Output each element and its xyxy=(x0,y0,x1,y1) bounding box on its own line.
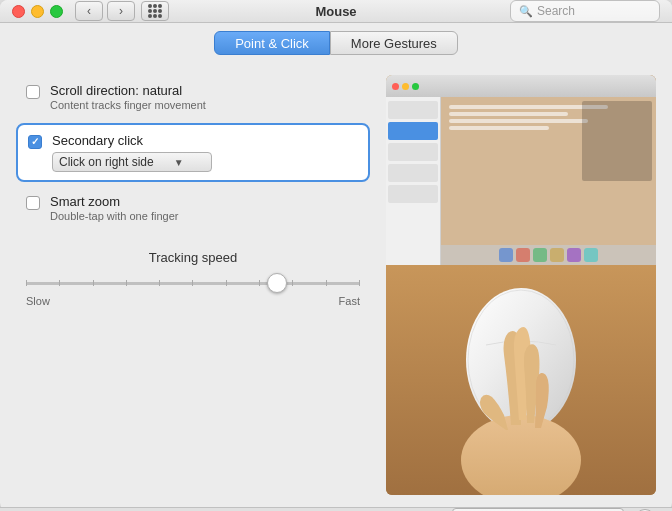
search-box[interactable]: 🔍 Search xyxy=(510,0,660,22)
slider-thumb[interactable] xyxy=(267,273,287,293)
mac-screenshot xyxy=(386,75,656,265)
grid-button[interactable] xyxy=(141,1,169,21)
window: ‹ › Mouse 🔍 Search Point & Click More Ge… xyxy=(0,0,672,511)
mac-dock-preview xyxy=(441,245,656,265)
sidebar-row xyxy=(388,101,438,119)
back-button[interactable]: ‹ xyxy=(75,1,103,21)
dropdown-arrow-icon: ▼ xyxy=(174,157,184,168)
smart-zoom-label: Smart zoom xyxy=(50,194,178,209)
secondary-click-dropdown[interactable]: Click on right side ▼ xyxy=(52,152,212,172)
mac-min-dot xyxy=(402,83,409,90)
scroll-direction-checkbox[interactable] xyxy=(26,85,40,99)
smart-zoom-desc: Double-tap with one finger xyxy=(50,210,178,222)
tab-point-click[interactable]: Point & Click xyxy=(214,31,330,55)
smart-zoom-text: Smart zoom Double-tap with one finger xyxy=(50,194,178,222)
mac-max-dot xyxy=(412,83,419,90)
maximize-button[interactable] xyxy=(50,5,63,18)
slider-labels: Slow Fast xyxy=(26,295,360,307)
sidebar-row xyxy=(388,185,438,203)
preview-text-line xyxy=(449,126,549,130)
search-icon: 🔍 xyxy=(519,5,533,18)
mac-sidebar-preview xyxy=(386,97,441,265)
secondary-click-label: Secondary click xyxy=(52,133,212,148)
tracking-slider[interactable] xyxy=(26,273,360,293)
preview-screenshot xyxy=(386,75,656,265)
preview-text-line xyxy=(449,112,568,116)
tracking-title: Tracking speed xyxy=(26,250,360,265)
slider-slow-label: Slow xyxy=(26,295,50,307)
right-panel xyxy=(386,75,656,495)
secondary-click-item: ✓ Secondary click Click on right side ▼ xyxy=(16,123,370,182)
search-placeholder: Search xyxy=(537,4,575,18)
sidebar-row xyxy=(388,143,438,161)
secondary-click-text: Secondary click Click on right side ▼ xyxy=(52,133,212,172)
scroll-direction-text: Scroll direction: natural Content tracks… xyxy=(50,83,206,111)
titlebar: ‹ › Mouse 🔍 Search xyxy=(0,0,672,23)
mac-screenshot-content xyxy=(386,97,656,265)
mac-screenshot-bar xyxy=(386,75,656,97)
slider-ticks xyxy=(26,280,360,286)
dock-icon xyxy=(584,248,598,262)
preview-mouse-image xyxy=(386,265,656,495)
bottombar: Mouse battery level: 89% Set Up Bluetoot… xyxy=(0,507,672,511)
nav-buttons: ‹ › xyxy=(75,1,135,21)
grid-icon xyxy=(148,4,162,18)
window-title: Mouse xyxy=(315,4,356,19)
dock-icon xyxy=(550,248,564,262)
scroll-direction-desc: Content tracks finger movement xyxy=(50,99,206,111)
slider-line xyxy=(26,282,360,285)
tabbar: Point & Click More Gestures xyxy=(0,23,672,63)
mac-main-preview xyxy=(441,97,656,265)
dock-icon xyxy=(567,248,581,262)
left-panel: Scroll direction: natural Content tracks… xyxy=(16,75,370,495)
mac-close-dot xyxy=(392,83,399,90)
traffic-lights xyxy=(12,5,63,18)
dock-icon xyxy=(533,248,547,262)
preview-image-box xyxy=(582,101,652,181)
sidebar-row-active xyxy=(388,122,438,140)
forward-button[interactable]: › xyxy=(107,1,135,21)
content: Scroll direction: natural Content tracks… xyxy=(0,63,672,507)
dock-icon xyxy=(516,248,530,262)
tracking-section: Tracking speed xyxy=(16,250,370,307)
slider-container: Slow Fast xyxy=(26,273,360,307)
close-button[interactable] xyxy=(12,5,25,18)
slider-fast-label: Fast xyxy=(339,295,360,307)
dock-icon xyxy=(499,248,513,262)
scroll-direction-label: Scroll direction: natural xyxy=(50,83,206,98)
secondary-click-checkbox[interactable]: ✓ xyxy=(28,135,42,149)
tab-more-gestures[interactable]: More Gestures xyxy=(330,31,458,55)
preview-text-line xyxy=(449,119,588,123)
mouse-hand-illustration xyxy=(386,265,656,495)
smart-zoom-checkbox[interactable] xyxy=(26,196,40,210)
checkmark-icon: ✓ xyxy=(31,137,39,147)
scroll-direction-item: Scroll direction: natural Content tracks… xyxy=(16,75,370,119)
minimize-button[interactable] xyxy=(31,5,44,18)
sidebar-row xyxy=(388,164,438,182)
smart-zoom-item: Smart zoom Double-tap with one finger xyxy=(16,186,370,230)
